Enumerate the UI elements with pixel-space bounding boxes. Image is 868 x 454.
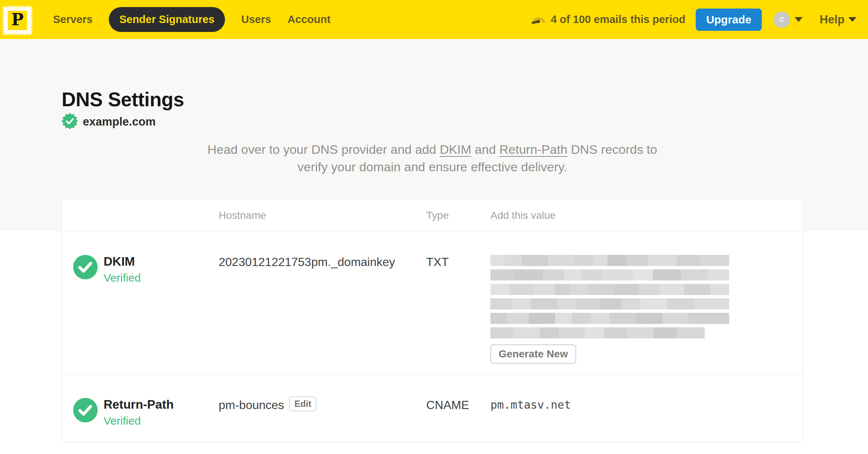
dkim-link[interactable]: DKIM: [440, 142, 471, 156]
record-hostname: pm-bounces: [219, 398, 284, 412]
generate-new-button[interactable]: Generate New: [490, 344, 576, 364]
usage-meter: 4 of 100 emails this period: [532, 13, 685, 26]
record-value: pm.mtasv.net: [490, 398, 571, 411]
record-status: Verified: [104, 415, 174, 427]
main-nav: Servers Sender Signatures Users Account: [53, 7, 330, 32]
edit-button[interactable]: Edit: [289, 396, 316, 411]
dkim-hostname-cell: 20230121221753pm._domainkey: [219, 255, 426, 374]
record-name: Return-Path: [104, 398, 174, 411]
help-label: Help: [820, 13, 845, 26]
redacted-value-line: [490, 313, 729, 324]
table-row-return-path: Return-Path Verified pm-bounces Edit CNA…: [62, 375, 803, 442]
help-menu[interactable]: Help: [820, 13, 856, 26]
return-path-value-cell: pm.mtasv.net: [490, 398, 803, 442]
dkim-value-redacted: [490, 255, 729, 338]
description-text: and: [471, 142, 499, 156]
column-header-add-this-value: Add this value: [490, 210, 803, 221]
dns-records-card: Hostname Type Add this value DKIM Verifi…: [62, 199, 803, 442]
redacted-value-line: [490, 255, 729, 266]
record-status: Verified: [104, 272, 141, 284]
column-header-hostname: Hostname: [219, 210, 426, 221]
return-path-status-cell: Return-Path Verified: [62, 398, 219, 442]
description-text: Head over to your DNS provider and add: [208, 142, 440, 156]
return-path-link[interactable]: Return-Path: [499, 142, 567, 156]
domain-name: example.com: [83, 115, 156, 129]
header-bar: P Servers Sender Signatures Users Accoun…: [0, 0, 868, 39]
description-line-1: Head over to your DNS provider and add D…: [62, 141, 803, 158]
column-header-type: Type: [426, 210, 490, 221]
nav-item-users[interactable]: Users: [241, 13, 271, 26]
redacted-value-line: [490, 284, 729, 295]
avatar: C: [774, 12, 790, 28]
upgrade-button[interactable]: Upgrade: [696, 9, 762, 31]
verified-seal-icon: [62, 113, 78, 131]
dkim-labels: DKIM Verified: [104, 255, 141, 374]
dkim-status-cell: DKIM Verified: [62, 255, 219, 374]
nav-item-account[interactable]: Account: [287, 13, 330, 26]
logo-letter: P: [8, 11, 27, 30]
return-path-hostname-cell: pm-bounces Edit: [219, 398, 426, 442]
main-content: DNS Settings example.com Head over to yo…: [62, 39, 803, 442]
header-right-cluster: 4 of 100 emails this period Upgrade C He…: [532, 9, 856, 31]
description-text: DNS records to: [567, 142, 657, 156]
caret-down-icon: [848, 17, 856, 22]
redacted-value-line: [490, 327, 705, 338]
usage-text: 4 of 100 emails this period: [551, 13, 685, 26]
redacted-value-line: [490, 298, 729, 309]
nav-item-servers[interactable]: Servers: [53, 13, 92, 26]
page-title: DNS Settings: [62, 89, 803, 110]
check-circle-icon: [73, 398, 98, 422]
return-path-labels: Return-Path Verified: [104, 398, 174, 442]
record-name: DKIM: [104, 255, 141, 268]
table-header-row: Hostname Type Add this value: [62, 200, 803, 232]
table-row-dkim: DKIM Verified 20230121221753pm._domainke…: [62, 232, 803, 375]
dkim-value-cell: Generate New: [490, 255, 803, 374]
record-hostname: 20230121221753pm._domainkey: [219, 255, 395, 269]
gauge-icon: [532, 14, 545, 25]
description: Head over to your DNS provider and add D…: [62, 141, 803, 176]
return-path-type-cell: CNAME: [426, 398, 490, 442]
account-menu[interactable]: C: [774, 12, 803, 28]
dkim-type-cell: TXT: [426, 255, 490, 374]
caret-down-icon: [794, 17, 803, 22]
domain-row: example.com: [62, 113, 803, 131]
redacted-value-line: [490, 269, 729, 280]
postmark-logo[interactable]: P: [3, 6, 32, 35]
avatar-initial: C: [780, 16, 784, 23]
check-circle-icon: [73, 255, 98, 279]
nav-item-sender-signatures[interactable]: Sender Signatures: [109, 7, 225, 32]
description-line-2: verify your domain and ensure effective …: [62, 158, 803, 176]
